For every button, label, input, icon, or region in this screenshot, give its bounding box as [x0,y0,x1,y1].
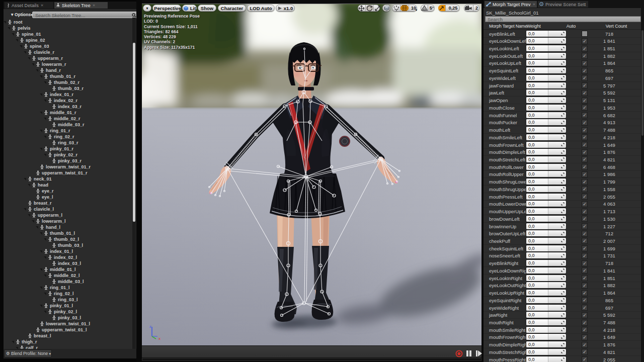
svg-text:z: z [149,324,151,329]
svg-text:x: x [158,336,160,341]
